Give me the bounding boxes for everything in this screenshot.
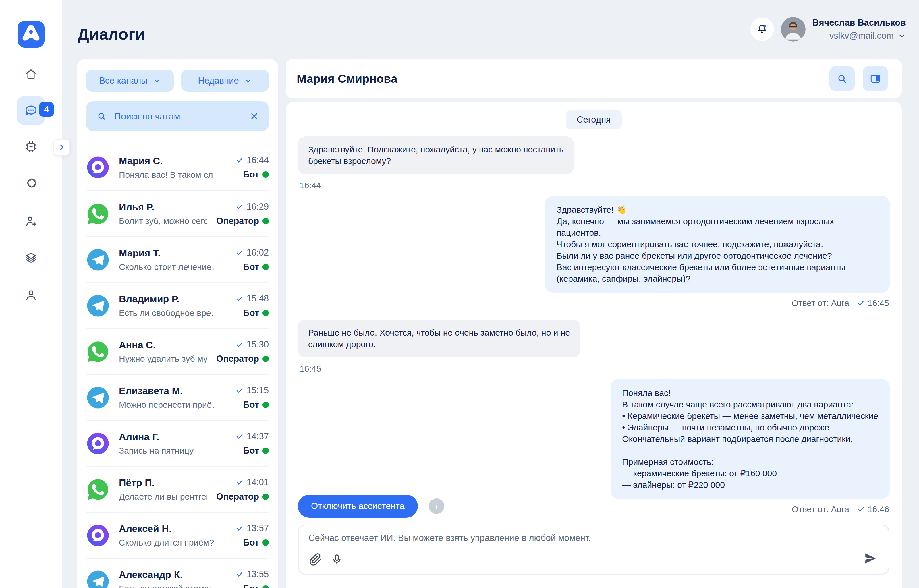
chat-meta: 14:01Оператор [216, 477, 269, 502]
message-input[interactable] [308, 533, 854, 555]
channel-avatar [86, 570, 110, 588]
chevron-right-icon [57, 143, 66, 152]
chat-preview: Запись на пятницу [119, 446, 214, 456]
chat-name: Алина Г. [119, 431, 226, 443]
list-item[interactable]: Илья Р.Болит зуб, можно сего…16:29Операт… [86, 191, 269, 236]
clear-search-icon[interactable] [249, 111, 259, 121]
sidebar-item-home[interactable] [24, 67, 38, 81]
send-button[interactable] [863, 551, 878, 565]
check-icon [236, 295, 244, 303]
sidebar-expand-button[interactable] [53, 139, 70, 156]
check-icon [236, 386, 244, 394]
app-logo[interactable] [18, 21, 45, 48]
home-icon [24, 67, 38, 81]
chat-status: Бот [243, 538, 269, 548]
list-item[interactable]: Пётр П.Делаете ли вы рентген?14:01Операт… [86, 466, 269, 512]
chat-time: 13:57 [236, 523, 269, 533]
sidebar-item-assistant[interactable] [24, 140, 38, 153]
chat-status: Бот [243, 583, 269, 588]
outgoing-message: Здравствуйте! 👋 Да, конечно — мы занимае… [545, 196, 890, 292]
chat-preview: Сколько стоит лечение… [119, 262, 214, 272]
disable-assistant-button[interactable]: Отключить ассистента [298, 495, 418, 518]
list-item[interactable]: Мария Т.Сколько стоит лечение…16:02Бот [86, 236, 269, 282]
list-item[interactable]: Алексей Н.Сколько длится приём?13:57Бот [86, 512, 269, 558]
message-time: 16:44 [300, 181, 321, 191]
account-menu[interactable]: vslkv@mail.com [812, 31, 906, 41]
chats-icon [24, 103, 39, 118]
chat-time: 15:48 [236, 293, 269, 304]
chat-summary: Пётр П.Делаете ли вы рентген? [119, 477, 207, 502]
online-dot [262, 356, 269, 362]
sidebar-item-layers[interactable] [24, 250, 38, 265]
channel-avatar [86, 386, 110, 409]
check-icon [857, 505, 865, 513]
chat-status: Бот [243, 308, 269, 318]
message-composer [298, 525, 890, 575]
chat-status: Бот [243, 400, 269, 410]
notification-dot [763, 25, 766, 27]
voice-message-button[interactable] [330, 553, 344, 566]
check-icon [236, 249, 244, 257]
message-flow: Сегодня Здравствуйте. Подскажите, пожалу… [298, 108, 890, 526]
whatsapp-icon [86, 202, 110, 226]
attach-file-button[interactable] [309, 553, 322, 566]
integrations-puzzle-icon [24, 177, 38, 191]
chat-name: Мария Т. [119, 247, 226, 259]
send-icon [863, 551, 878, 565]
list-item[interactable]: Елизавета М.Можно перенести приё…15:15Бо… [86, 374, 269, 420]
avatar-photo [781, 17, 806, 42]
list-item[interactable]: Алина Г.Запись на пятницу14:37Бот [86, 420, 269, 466]
topbar-user-cluster: Вячеслав Васильков vslkv@mail.com [750, 16, 906, 42]
chat-meta: 15:15Бот [236, 385, 269, 410]
chevron-down-icon [153, 77, 161, 85]
channel-avatar [86, 478, 110, 501]
chat-name: Владимир Р. [119, 293, 226, 305]
reply-author: Ответ от: Aura [792, 298, 849, 308]
notifications-button[interactable] [750, 18, 774, 41]
telegram-icon [86, 248, 110, 271]
chat-summary: Елизавета М.Можно перенести приё… [119, 385, 226, 410]
list-item[interactable]: Александр К.Есть ли детский стомат…13:55… [86, 558, 269, 588]
whatsapp-icon [86, 478, 110, 501]
incoming-message: Раньше не было. Хочется, чтобы не очень … [298, 320, 580, 357]
check-icon [236, 156, 244, 164]
filter-channels-dropdown[interactable]: Все каналы [86, 70, 174, 92]
list-item[interactable]: Владимир Р.Есть ли свободное вре…15:48Бо… [86, 282, 269, 328]
online-dot [262, 447, 269, 454]
channel-avatar [86, 202, 110, 226]
conversation-search-button[interactable] [829, 66, 855, 91]
info-icon[interactable]: i [429, 498, 444, 514]
chat-name: Александр К. [119, 569, 226, 580]
sidebar-item-integrations[interactable] [24, 177, 38, 191]
list-item[interactable]: Мария С.Поняла вас! В таком сл…16:44Бот [86, 144, 269, 191]
channel-avatar [86, 524, 110, 547]
avatar[interactable] [781, 17, 806, 42]
filter-sort-label: Недавние [198, 76, 239, 86]
sidebar-item-add-user[interactable] [24, 214, 38, 228]
list-item[interactable]: Анна С.Нужно удалить зуб муд…15:30Операт… [86, 328, 269, 374]
search-icon [96, 111, 107, 122]
chat-meta: 13:57Бот [236, 523, 269, 548]
chat-meta: 15:48Бот [236, 293, 269, 318]
online-dot [262, 171, 269, 178]
conversation-body: Сегодня Здравствуйте. Подскажите, пожалу… [286, 102, 902, 588]
chat-preview: Делаете ли вы рентген? [119, 492, 207, 502]
outgoing-message: Поняла вас! В таком случае чаще всего ра… [611, 379, 890, 499]
online-dot [262, 585, 269, 588]
date-separator: Сегодня [566, 110, 622, 129]
chat-preview: Болит зуб, можно сего… [119, 216, 207, 226]
telegram-icon [86, 386, 110, 409]
composer-attachments [309, 553, 344, 566]
user-email: vslkv@mail.com [829, 31, 894, 41]
search-input[interactable] [114, 111, 242, 122]
online-dot [262, 310, 269, 316]
sidebar-item-profile[interactable] [24, 288, 38, 302]
chat-name: Пётр П. [119, 477, 207, 488]
toggle-side-panel-button[interactable] [863, 66, 888, 91]
chat-time: 16:44 [236, 155, 269, 165]
filter-sort-dropdown[interactable]: Недавние [181, 70, 269, 92]
chat-status: Бот [243, 262, 269, 272]
chat-meta: 13:55Бот [236, 569, 269, 588]
channel-avatar [86, 294, 110, 318]
message-meta: Ответ от: Aura16:45 [792, 298, 889, 308]
